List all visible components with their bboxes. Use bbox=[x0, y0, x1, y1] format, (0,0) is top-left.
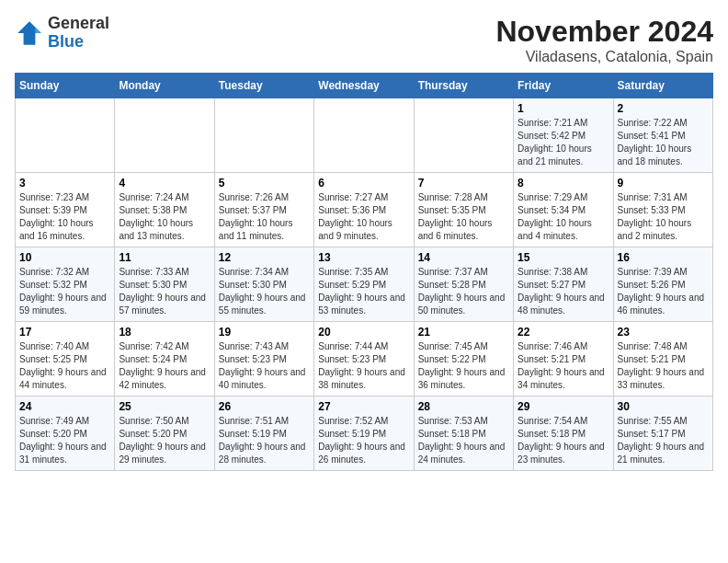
day-cell: 28Sunrise: 7:53 AM Sunset: 5:18 PM Dayli… bbox=[414, 396, 513, 471]
day-cell: 25Sunrise: 7:50 AM Sunset: 5:20 PM Dayli… bbox=[115, 396, 214, 471]
day-cell: 23Sunrise: 7:48 AM Sunset: 5:21 PM Dayli… bbox=[613, 322, 712, 396]
day-number: 22 bbox=[518, 326, 609, 339]
day-number: 27 bbox=[318, 400, 409, 413]
day-cell: 16Sunrise: 7:39 AM Sunset: 5:26 PM Dayli… bbox=[613, 247, 712, 322]
day-number: 29 bbox=[518, 400, 609, 413]
day-number: 13 bbox=[318, 251, 409, 264]
day-info: Sunrise: 7:24 AM Sunset: 5:38 PM Dayligh… bbox=[119, 191, 210, 243]
col-header-friday: Friday bbox=[514, 74, 613, 98]
day-number: 20 bbox=[318, 326, 409, 339]
day-cell: 14Sunrise: 7:37 AM Sunset: 5:28 PM Dayli… bbox=[414, 247, 513, 322]
day-number: 28 bbox=[418, 400, 509, 413]
week-row-2: 3Sunrise: 7:23 AM Sunset: 5:39 PM Daylig… bbox=[16, 173, 713, 247]
day-number: 15 bbox=[518, 251, 609, 264]
col-header-thursday: Thursday bbox=[414, 74, 513, 98]
day-info: Sunrise: 7:49 AM Sunset: 5:20 PM Dayligh… bbox=[19, 415, 110, 466]
location-title: Viladasens, Catalonia, Spain bbox=[495, 49, 713, 65]
day-cell: 5Sunrise: 7:26 AM Sunset: 5:37 PM Daylig… bbox=[214, 173, 313, 247]
month-title: November 2024 bbox=[495, 15, 713, 49]
day-cell: 12Sunrise: 7:34 AM Sunset: 5:30 PM Dayli… bbox=[214, 247, 313, 322]
day-info: Sunrise: 7:46 AM Sunset: 5:21 PM Dayligh… bbox=[518, 340, 609, 392]
logo-text: General Blue bbox=[48, 15, 109, 52]
day-cell: 13Sunrise: 7:35 AM Sunset: 5:29 PM Dayli… bbox=[314, 247, 414, 322]
day-cell: 20Sunrise: 7:44 AM Sunset: 5:23 PM Dayli… bbox=[314, 322, 414, 396]
day-cell: 19Sunrise: 7:43 AM Sunset: 5:23 PM Dayli… bbox=[214, 322, 313, 396]
day-cell: 24Sunrise: 7:49 AM Sunset: 5:20 PM Dayli… bbox=[16, 396, 115, 471]
day-info: Sunrise: 7:42 AM Sunset: 5:24 PM Dayligh… bbox=[119, 340, 210, 392]
week-row-1: 1Sunrise: 7:21 AM Sunset: 5:42 PM Daylig… bbox=[16, 98, 713, 173]
day-info: Sunrise: 7:39 AM Sunset: 5:26 PM Dayligh… bbox=[618, 266, 709, 317]
day-info: Sunrise: 7:38 AM Sunset: 5:27 PM Dayligh… bbox=[518, 266, 609, 317]
day-number: 5 bbox=[219, 177, 310, 190]
day-info: Sunrise: 7:26 AM Sunset: 5:37 PM Dayligh… bbox=[219, 191, 310, 243]
day-number: 11 bbox=[119, 251, 210, 264]
day-number: 14 bbox=[418, 251, 509, 264]
day-cell: 26Sunrise: 7:51 AM Sunset: 5:19 PM Dayli… bbox=[214, 396, 313, 471]
day-number: 10 bbox=[19, 251, 110, 264]
day-info: Sunrise: 7:52 AM Sunset: 5:19 PM Dayligh… bbox=[318, 415, 409, 466]
day-number: 21 bbox=[418, 326, 509, 339]
day-info: Sunrise: 7:31 AM Sunset: 5:33 PM Dayligh… bbox=[618, 191, 709, 243]
col-header-saturday: Saturday bbox=[613, 74, 712, 98]
day-number: 8 bbox=[518, 177, 609, 190]
day-cell: 27Sunrise: 7:52 AM Sunset: 5:19 PM Dayli… bbox=[314, 396, 414, 471]
day-number: 18 bbox=[119, 326, 210, 339]
logo-icon bbox=[15, 18, 44, 48]
day-info: Sunrise: 7:43 AM Sunset: 5:23 PM Dayligh… bbox=[219, 340, 310, 392]
day-cell bbox=[214, 98, 313, 173]
day-cell: 7Sunrise: 7:28 AM Sunset: 5:35 PM Daylig… bbox=[414, 173, 513, 247]
day-number: 19 bbox=[219, 326, 310, 339]
day-number: 4 bbox=[119, 177, 210, 190]
header-row: SundayMondayTuesdayWednesdayThursdayFrid… bbox=[16, 74, 713, 98]
week-row-3: 10Sunrise: 7:32 AM Sunset: 5:32 PM Dayli… bbox=[16, 247, 713, 322]
day-number: 24 bbox=[19, 400, 110, 413]
day-info: Sunrise: 7:33 AM Sunset: 5:30 PM Dayligh… bbox=[119, 266, 210, 317]
day-info: Sunrise: 7:45 AM Sunset: 5:22 PM Dayligh… bbox=[418, 340, 509, 392]
col-header-wednesday: Wednesday bbox=[314, 74, 414, 98]
day-info: Sunrise: 7:51 AM Sunset: 5:19 PM Dayligh… bbox=[219, 415, 310, 466]
day-info: Sunrise: 7:27 AM Sunset: 5:36 PM Dayligh… bbox=[318, 191, 409, 243]
day-number: 23 bbox=[618, 326, 709, 339]
day-number: 17 bbox=[19, 326, 110, 339]
day-cell: 22Sunrise: 7:46 AM Sunset: 5:21 PM Dayli… bbox=[514, 322, 613, 396]
day-cell bbox=[16, 98, 115, 173]
day-number: 7 bbox=[418, 177, 509, 190]
day-number: 16 bbox=[618, 251, 709, 264]
day-cell bbox=[314, 98, 414, 173]
day-number: 3 bbox=[19, 177, 110, 190]
logo: General Blue bbox=[15, 15, 109, 52]
day-cell: 17Sunrise: 7:40 AM Sunset: 5:25 PM Dayli… bbox=[16, 322, 115, 396]
day-cell: 11Sunrise: 7:33 AM Sunset: 5:30 PM Dayli… bbox=[115, 247, 214, 322]
day-number: 26 bbox=[219, 400, 310, 413]
day-cell: 4Sunrise: 7:24 AM Sunset: 5:38 PM Daylig… bbox=[115, 173, 214, 247]
day-info: Sunrise: 7:23 AM Sunset: 5:39 PM Dayligh… bbox=[19, 191, 110, 243]
day-number: 1 bbox=[518, 102, 609, 115]
col-header-monday: Monday bbox=[115, 74, 214, 98]
day-info: Sunrise: 7:48 AM Sunset: 5:21 PM Dayligh… bbox=[618, 340, 709, 392]
day-info: Sunrise: 7:53 AM Sunset: 5:18 PM Dayligh… bbox=[418, 415, 509, 466]
day-info: Sunrise: 7:34 AM Sunset: 5:30 PM Dayligh… bbox=[219, 266, 310, 317]
day-info: Sunrise: 7:21 AM Sunset: 5:42 PM Dayligh… bbox=[518, 117, 609, 168]
day-info: Sunrise: 7:54 AM Sunset: 5:18 PM Dayligh… bbox=[518, 415, 609, 466]
day-cell: 3Sunrise: 7:23 AM Sunset: 5:39 PM Daylig… bbox=[16, 173, 115, 247]
header: General Blue November 2024 Viladasens, C… bbox=[15, 15, 713, 65]
col-header-tuesday: Tuesday bbox=[214, 74, 313, 98]
day-info: Sunrise: 7:22 AM Sunset: 5:41 PM Dayligh… bbox=[618, 117, 709, 168]
day-info: Sunrise: 7:44 AM Sunset: 5:23 PM Dayligh… bbox=[318, 340, 409, 392]
day-info: Sunrise: 7:35 AM Sunset: 5:29 PM Dayligh… bbox=[318, 266, 409, 317]
day-info: Sunrise: 7:29 AM Sunset: 5:34 PM Dayligh… bbox=[518, 191, 609, 243]
day-info: Sunrise: 7:32 AM Sunset: 5:32 PM Dayligh… bbox=[19, 266, 110, 317]
day-cell: 2Sunrise: 7:22 AM Sunset: 5:41 PM Daylig… bbox=[613, 98, 712, 173]
week-row-4: 17Sunrise: 7:40 AM Sunset: 5:25 PM Dayli… bbox=[16, 322, 713, 396]
day-cell: 21Sunrise: 7:45 AM Sunset: 5:22 PM Dayli… bbox=[414, 322, 513, 396]
day-cell: 18Sunrise: 7:42 AM Sunset: 5:24 PM Dayli… bbox=[115, 322, 214, 396]
day-cell bbox=[414, 98, 513, 173]
day-number: 25 bbox=[119, 400, 210, 413]
day-cell bbox=[115, 98, 214, 173]
day-cell: 29Sunrise: 7:54 AM Sunset: 5:18 PM Dayli… bbox=[514, 396, 613, 471]
day-cell: 8Sunrise: 7:29 AM Sunset: 5:34 PM Daylig… bbox=[514, 173, 613, 247]
col-header-sunday: Sunday bbox=[16, 74, 115, 98]
calendar-table: SundayMondayTuesdayWednesdayThursdayFrid… bbox=[15, 73, 713, 471]
week-row-5: 24Sunrise: 7:49 AM Sunset: 5:20 PM Dayli… bbox=[16, 396, 713, 471]
day-cell: 6Sunrise: 7:27 AM Sunset: 5:36 PM Daylig… bbox=[314, 173, 414, 247]
